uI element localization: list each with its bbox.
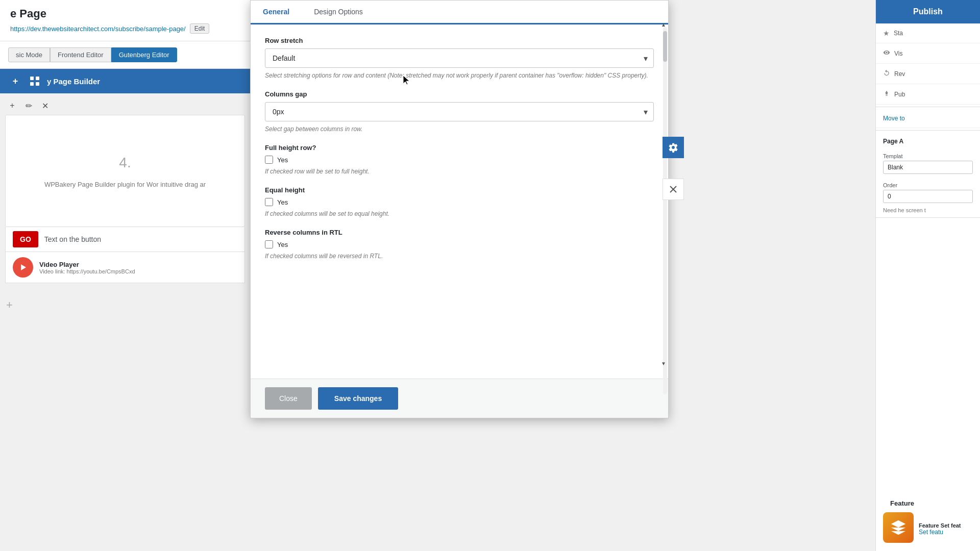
equal-height-label: Equal height xyxy=(265,186,654,194)
close-button[interactable]: Close xyxy=(265,387,312,410)
video-info: Video Player Video link: https://youtu.b… xyxy=(39,261,135,274)
content-text: WPBakery Page Builder plugin for Wor int… xyxy=(44,180,206,190)
modal-scroll-thumb[interactable] xyxy=(663,31,667,62)
move-to-item[interactable]: Move to xyxy=(876,109,980,128)
columns-gap-select[interactable]: 0px 5px 10px 15px 20px 25px 30px 35px xyxy=(265,102,654,121)
columns-gap-label: Columns gap xyxy=(265,90,654,98)
reverse-columns-checkbox-label[interactable]: Yes xyxy=(277,241,288,248)
pencil-btn[interactable]: ✏ xyxy=(21,98,36,113)
visibility-label: Vis xyxy=(894,50,902,57)
builder-title: y Page Builder xyxy=(47,77,100,86)
svg-rect-2 xyxy=(30,82,34,86)
page-title: e Page xyxy=(10,7,240,20)
template-label: Templat xyxy=(883,153,973,159)
order-label: Order xyxy=(883,182,973,188)
equal-height-hint: If checked columns will be set to equal … xyxy=(265,209,654,218)
gutenberg-editor-btn[interactable]: Gutenberg Editor xyxy=(111,47,177,62)
equal-height-group: Equal height Yes If checked columns will… xyxy=(265,186,654,218)
full-height-group: Full height row? Yes If checked row will… xyxy=(265,144,654,176)
help-note: Need he screen t xyxy=(876,205,980,215)
feature-title: Feature xyxy=(883,494,973,509)
mode-bar: sic Mode Frontend Editor Gutenberg Edito… xyxy=(0,41,250,69)
columns-gap-hint: Select gap between columns in row. xyxy=(265,124,654,134)
add-row-btn[interactable]: + xyxy=(5,98,19,113)
template-input[interactable] xyxy=(883,161,973,174)
modal-scroll-down-btn[interactable]: ▼ xyxy=(660,360,667,367)
tab-general[interactable]: General xyxy=(251,1,302,24)
full-height-checkbox[interactable] xyxy=(265,156,273,164)
move-to-label: Move to xyxy=(883,115,905,122)
divider-1 xyxy=(876,107,980,107)
add-section-btn[interactable]: + xyxy=(6,298,13,312)
page-number: 4. xyxy=(119,152,131,174)
columns-gap-select-wrapper: 0px 5px 10px 15px 20px 25px 30px 35px xyxy=(265,102,654,121)
reverse-columns-hint: If checked columns will be reversed in R… xyxy=(265,252,654,261)
row-settings-gear-btn[interactable] xyxy=(663,137,684,158)
publish-label: Pub xyxy=(894,91,905,98)
feature-set-label: Feature Set feat Set featu xyxy=(919,522,961,536)
svg-rect-1 xyxy=(36,77,39,80)
equal-height-checkbox-label[interactable]: Yes xyxy=(277,198,288,206)
row-settings-modal: General Design Options Row stretch Defau… xyxy=(250,0,669,418)
grid-icon[interactable] xyxy=(28,74,42,88)
right-panel: Publish ★ Sta Vis Rev Pub Move to Page A… xyxy=(875,0,980,551)
order-wrap: Order xyxy=(876,176,980,205)
video-widget-row: Video Player Video link: https://youtu.b… xyxy=(5,252,245,283)
modal-tabs: General Design Options xyxy=(251,1,668,24)
modal-body: Row stretch Default Stretch row Stretch … xyxy=(251,24,668,379)
frontend-editor-btn[interactable]: Frontend Editor xyxy=(50,47,111,62)
full-height-checkbox-row: Yes xyxy=(265,156,654,164)
divider-3 xyxy=(876,217,980,218)
reverse-columns-checkbox[interactable] xyxy=(265,240,273,248)
order-input[interactable] xyxy=(883,190,973,203)
publish-item[interactable]: Pub xyxy=(876,84,980,105)
modal-footer: Close Save changes xyxy=(251,379,668,418)
content-block: 4. WPBakery Page Builder plugin for Wor … xyxy=(5,115,245,227)
reverse-columns-checkbox-row: Yes xyxy=(265,240,654,248)
tab-design-options[interactable]: Design Options xyxy=(302,1,375,24)
full-height-checkbox-label[interactable]: Yes xyxy=(277,156,288,164)
row-stretch-label: Row stretch xyxy=(265,37,654,44)
button-widget-row: GO Text on the button xyxy=(5,227,245,252)
template-wrap: Templat xyxy=(876,147,980,176)
revisions-icon xyxy=(883,69,890,78)
publish-button[interactable]: Publish xyxy=(876,0,980,23)
modal-scroll-up-btn[interactable]: ▲ xyxy=(660,21,667,28)
feature-area: Feature Feature Set feat Set featu xyxy=(876,489,980,551)
go-button[interactable]: GO xyxy=(13,231,38,247)
add-section-area: + xyxy=(0,288,250,322)
divider-2 xyxy=(876,130,980,131)
full-height-label: Full height row? xyxy=(265,144,654,152)
page-attr-title: Page A xyxy=(876,133,980,147)
feature-badge-row: Feature Set feat Set featu xyxy=(883,512,973,546)
classic-mode-btn[interactable]: sic Mode xyxy=(8,47,50,62)
svg-marker-4 xyxy=(21,264,26,270)
full-height-hint: If checked row will be set to full heigh… xyxy=(265,167,654,176)
revisions-label: Rev xyxy=(894,70,905,78)
equal-height-checkbox[interactable] xyxy=(265,198,273,206)
save-changes-button[interactable]: Save changes xyxy=(318,387,398,410)
status-label: Sta xyxy=(894,30,903,37)
set-feature-link[interactable]: Set featu xyxy=(919,529,961,536)
visibility-icon xyxy=(883,49,890,58)
feature-set-title: Feature Set feat xyxy=(919,522,961,529)
row-tools: + ✏ ✕ xyxy=(5,98,245,113)
modal-scrollbar-track xyxy=(663,27,667,394)
svg-rect-3 xyxy=(36,82,39,86)
row-stretch-select[interactable]: Default Stretch row Stretch row and cont… xyxy=(265,48,654,68)
content-area: + ✏ ✕ 4. WPBakery Page Builder plugin fo… xyxy=(0,93,250,288)
svg-rect-0 xyxy=(30,77,34,80)
feature-icon-badge xyxy=(883,512,914,543)
edit-button[interactable]: Edit xyxy=(190,23,210,34)
add-icon[interactable]: + xyxy=(8,74,22,88)
button-text: Text on the button xyxy=(44,235,101,243)
play-button[interactable] xyxy=(13,257,33,278)
status-item[interactable]: ★ Sta xyxy=(876,23,980,43)
page-url-link[interactable]: https://dev.thewebsitearchitect.com/subs… xyxy=(10,25,186,33)
delete-btn[interactable]: ✕ xyxy=(38,98,52,113)
page-title-bar: e Page https://dev.thewebsitearchitect.c… xyxy=(0,0,250,41)
visibility-item[interactable]: Vis xyxy=(876,43,980,64)
revisions-item[interactable]: Rev xyxy=(876,64,980,84)
row-settings-close-btn[interactable] xyxy=(663,179,684,200)
reverse-columns-group: Reverse columns in RTL Yes If checked co… xyxy=(265,229,654,261)
